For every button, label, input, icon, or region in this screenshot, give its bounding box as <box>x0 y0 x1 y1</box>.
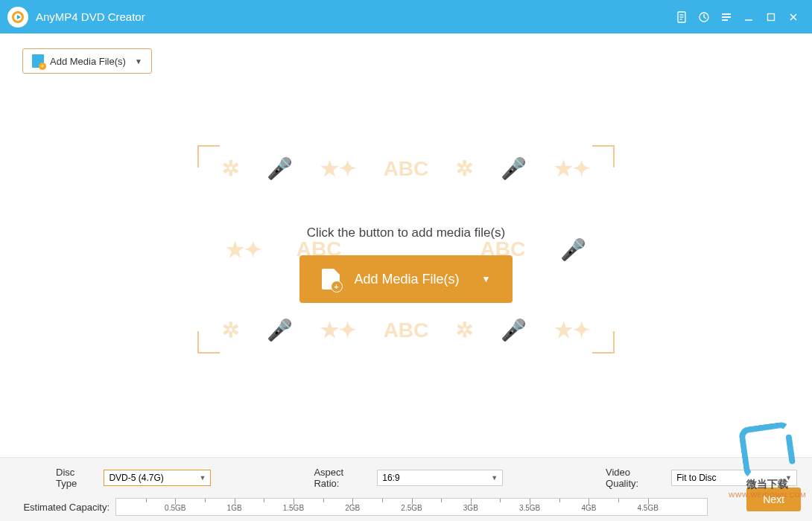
toolbar: Add Media File(s) ▼ <box>0 33 812 74</box>
chevron-down-icon: ▼ <box>785 474 792 482</box>
register-icon[interactable] <box>670 6 693 28</box>
chevron-down-icon: ▼ <box>491 474 498 482</box>
menu-icon[interactable] <box>715 6 738 28</box>
capacity-label: Estimated Capacity: <box>15 502 115 513</box>
add-media-label: Add Media File(s) <box>50 56 126 67</box>
video-quality-label: Video Quality: <box>606 467 665 489</box>
corner-decor <box>592 331 615 354</box>
disc-type-value: DVD-5 (4.7G) <box>109 473 163 483</box>
app-logo <box>7 7 28 28</box>
tick-label: 1GB <box>227 504 242 512</box>
background-icons: ✲🎤★✦ABC✲🎤★✦ ★✦ABCABC🎤 ✲🎤★✦ABC✲🎤★✦ <box>209 156 603 342</box>
chevron-down-icon: ▼ <box>135 57 142 65</box>
svg-rect-6 <box>722 16 731 18</box>
tick-label: 3GB <box>463 504 478 512</box>
video-quality-select[interactable]: Fit to Disc ▼ <box>671 470 797 486</box>
main-content: ✲🎤★✦ABC✲🎤★✦ ★✦ABCABC🎤 ✲🎤★✦ABC✲🎤★✦ Click … <box>0 74 812 424</box>
tick-label: 2GB <box>345 504 360 512</box>
maximize-icon[interactable] <box>760 6 782 28</box>
video-quality-value: Fit to Disc <box>676 473 716 483</box>
aspect-ratio-select[interactable]: 16:9 ▼ <box>377 470 503 486</box>
svg-rect-7 <box>722 19 728 21</box>
add-file-icon <box>322 269 340 290</box>
add-media-label: Add Media File(s) <box>355 272 460 287</box>
minimize-icon[interactable] <box>738 6 760 28</box>
corner-decor <box>592 145 615 167</box>
drop-zone[interactable]: ✲🎤★✦ABC✲🎤★✦ ★✦ABCABC🎤 ✲🎤★✦ABC✲🎤★✦ Click … <box>197 145 615 354</box>
disc-type-select[interactable]: DVD-5 (4.7G) ▼ <box>104 470 211 486</box>
tick-label: 4GB <box>581 504 596 512</box>
add-file-icon <box>32 54 44 68</box>
titlebar: AnyMP4 DVD Creator <box>0 0 812 33</box>
corner-decor <box>197 145 220 167</box>
capacity-row: Estimated Capacity: 0.5GB1GB1.5GB2GB2.5G… <box>15 498 797 516</box>
disc-type-label: Disc Type <box>56 467 98 489</box>
next-label: Next <box>763 493 784 505</box>
hint-text: Click the button to add media file(s) <box>307 226 505 240</box>
tick-label: 4.5GB <box>638 504 659 512</box>
chevron-down-icon: ▼ <box>200 474 206 482</box>
chevron-down-icon: ▼ <box>482 274 491 284</box>
tick-label: 3.5GB <box>519 504 540 512</box>
aspect-ratio-label: Aspect Ratio: <box>314 467 371 489</box>
capacity-ruler: 0.5GB1GB1.5GB2GB2.5GB3GB3.5GB4GB4.5GB <box>115 498 708 516</box>
svg-rect-5 <box>722 13 731 15</box>
add-media-button-small[interactable]: Add Media File(s) ▼ <box>22 48 152 74</box>
tick-label: 0.5GB <box>165 504 185 512</box>
aspect-ratio-value: 16:9 <box>382 473 399 483</box>
add-media-button-big[interactable]: Add Media File(s) ▼ <box>299 255 513 303</box>
tick-label: 1.5GB <box>283 504 304 512</box>
history-icon[interactable] <box>693 6 715 28</box>
bottom-panel: Disc Type DVD-5 (4.7G) ▼ Aspect Ratio: 1… <box>0 457 812 521</box>
next-button[interactable]: Next <box>746 488 801 511</box>
close-icon[interactable] <box>782 6 805 28</box>
selectors-row: Disc Type DVD-5 (4.7G) ▼ Aspect Ratio: 1… <box>15 467 797 489</box>
svg-rect-9 <box>768 13 775 20</box>
app-title: AnyMP4 DVD Creator <box>36 10 145 23</box>
tick-label: 2.5GB <box>401 504 422 512</box>
corner-decor <box>197 331 220 354</box>
